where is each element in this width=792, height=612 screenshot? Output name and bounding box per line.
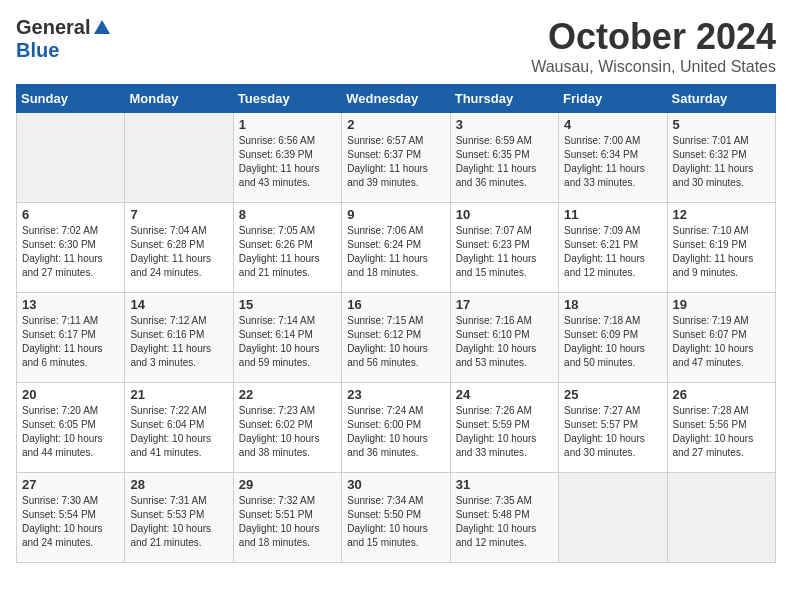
weekday-header-friday: Friday — [559, 85, 667, 113]
calendar-week-row: 13Sunrise: 7:11 AMSunset: 6:17 PMDayligh… — [17, 293, 776, 383]
calendar-cell: 9Sunrise: 7:06 AMSunset: 6:24 PMDaylight… — [342, 203, 450, 293]
day-number: 5 — [673, 117, 770, 132]
cell-info: Sunrise: 7:06 AMSunset: 6:24 PMDaylight:… — [347, 224, 444, 280]
day-number: 23 — [347, 387, 444, 402]
cell-info: Sunrise: 7:04 AMSunset: 6:28 PMDaylight:… — [130, 224, 227, 280]
title-block: October 2024 Wausau, Wisconsin, United S… — [531, 16, 776, 76]
day-number: 22 — [239, 387, 336, 402]
day-number: 4 — [564, 117, 661, 132]
calendar-week-row: 1Sunrise: 6:56 AMSunset: 6:39 PMDaylight… — [17, 113, 776, 203]
calendar-cell: 23Sunrise: 7:24 AMSunset: 6:00 PMDayligh… — [342, 383, 450, 473]
calendar-cell: 30Sunrise: 7:34 AMSunset: 5:50 PMDayligh… — [342, 473, 450, 563]
cell-info: Sunrise: 7:05 AMSunset: 6:26 PMDaylight:… — [239, 224, 336, 280]
cell-info: Sunrise: 7:11 AMSunset: 6:17 PMDaylight:… — [22, 314, 119, 370]
weekday-header-wednesday: Wednesday — [342, 85, 450, 113]
day-number: 29 — [239, 477, 336, 492]
weekday-header-sunday: Sunday — [17, 85, 125, 113]
cell-info: Sunrise: 7:32 AMSunset: 5:51 PMDaylight:… — [239, 494, 336, 550]
cell-info: Sunrise: 6:57 AMSunset: 6:37 PMDaylight:… — [347, 134, 444, 190]
cell-info: Sunrise: 6:59 AMSunset: 6:35 PMDaylight:… — [456, 134, 553, 190]
calendar-cell — [559, 473, 667, 563]
day-number: 10 — [456, 207, 553, 222]
calendar-week-row: 27Sunrise: 7:30 AMSunset: 5:54 PMDayligh… — [17, 473, 776, 563]
calendar-cell: 28Sunrise: 7:31 AMSunset: 5:53 PMDayligh… — [125, 473, 233, 563]
cell-info: Sunrise: 7:20 AMSunset: 6:05 PMDaylight:… — [22, 404, 119, 460]
calendar-cell: 21Sunrise: 7:22 AMSunset: 6:04 PMDayligh… — [125, 383, 233, 473]
logo-general-text: General — [16, 16, 90, 39]
weekday-header-tuesday: Tuesday — [233, 85, 341, 113]
day-number: 31 — [456, 477, 553, 492]
day-number: 21 — [130, 387, 227, 402]
calendar-cell: 22Sunrise: 7:23 AMSunset: 6:02 PMDayligh… — [233, 383, 341, 473]
calendar-cell: 29Sunrise: 7:32 AMSunset: 5:51 PMDayligh… — [233, 473, 341, 563]
day-number: 27 — [22, 477, 119, 492]
day-number: 2 — [347, 117, 444, 132]
weekday-header-thursday: Thursday — [450, 85, 558, 113]
calendar-cell: 2Sunrise: 6:57 AMSunset: 6:37 PMDaylight… — [342, 113, 450, 203]
weekday-header-monday: Monday — [125, 85, 233, 113]
calendar-cell: 27Sunrise: 7:30 AMSunset: 5:54 PMDayligh… — [17, 473, 125, 563]
calendar-cell: 8Sunrise: 7:05 AMSunset: 6:26 PMDaylight… — [233, 203, 341, 293]
logo: General Blue — [16, 16, 112, 62]
cell-info: Sunrise: 7:15 AMSunset: 6:12 PMDaylight:… — [347, 314, 444, 370]
page-header: General Blue October 2024 Wausau, Wiscon… — [16, 16, 776, 76]
cell-info: Sunrise: 6:56 AMSunset: 6:39 PMDaylight:… — [239, 134, 336, 190]
day-number: 6 — [22, 207, 119, 222]
calendar-cell: 4Sunrise: 7:00 AMSunset: 6:34 PMDaylight… — [559, 113, 667, 203]
day-number: 13 — [22, 297, 119, 312]
cell-info: Sunrise: 7:30 AMSunset: 5:54 PMDaylight:… — [22, 494, 119, 550]
cell-info: Sunrise: 7:26 AMSunset: 5:59 PMDaylight:… — [456, 404, 553, 460]
day-number: 25 — [564, 387, 661, 402]
calendar-cell: 10Sunrise: 7:07 AMSunset: 6:23 PMDayligh… — [450, 203, 558, 293]
calendar-cell: 13Sunrise: 7:11 AMSunset: 6:17 PMDayligh… — [17, 293, 125, 383]
day-number: 26 — [673, 387, 770, 402]
cell-info: Sunrise: 7:31 AMSunset: 5:53 PMDaylight:… — [130, 494, 227, 550]
cell-info: Sunrise: 7:22 AMSunset: 6:04 PMDaylight:… — [130, 404, 227, 460]
day-number: 16 — [347, 297, 444, 312]
cell-info: Sunrise: 7:35 AMSunset: 5:48 PMDaylight:… — [456, 494, 553, 550]
cell-info: Sunrise: 7:27 AMSunset: 5:57 PMDaylight:… — [564, 404, 661, 460]
calendar-cell: 11Sunrise: 7:09 AMSunset: 6:21 PMDayligh… — [559, 203, 667, 293]
calendar-cell: 20Sunrise: 7:20 AMSunset: 6:05 PMDayligh… — [17, 383, 125, 473]
day-number: 20 — [22, 387, 119, 402]
calendar-cell: 24Sunrise: 7:26 AMSunset: 5:59 PMDayligh… — [450, 383, 558, 473]
cell-info: Sunrise: 7:18 AMSunset: 6:09 PMDaylight:… — [564, 314, 661, 370]
calendar-cell: 19Sunrise: 7:19 AMSunset: 6:07 PMDayligh… — [667, 293, 775, 383]
day-number: 24 — [456, 387, 553, 402]
calendar-cell — [667, 473, 775, 563]
month-title: October 2024 — [531, 16, 776, 58]
cell-info: Sunrise: 7:12 AMSunset: 6:16 PMDaylight:… — [130, 314, 227, 370]
cell-info: Sunrise: 7:34 AMSunset: 5:50 PMDaylight:… — [347, 494, 444, 550]
day-number: 19 — [673, 297, 770, 312]
cell-info: Sunrise: 7:02 AMSunset: 6:30 PMDaylight:… — [22, 224, 119, 280]
calendar-cell: 14Sunrise: 7:12 AMSunset: 6:16 PMDayligh… — [125, 293, 233, 383]
svg-marker-0 — [94, 20, 110, 34]
cell-info: Sunrise: 7:00 AMSunset: 6:34 PMDaylight:… — [564, 134, 661, 190]
calendar-cell: 16Sunrise: 7:15 AMSunset: 6:12 PMDayligh… — [342, 293, 450, 383]
day-number: 9 — [347, 207, 444, 222]
day-number: 7 — [130, 207, 227, 222]
calendar-cell: 18Sunrise: 7:18 AMSunset: 6:09 PMDayligh… — [559, 293, 667, 383]
calendar-cell: 1Sunrise: 6:56 AMSunset: 6:39 PMDaylight… — [233, 113, 341, 203]
calendar-cell — [125, 113, 233, 203]
cell-info: Sunrise: 7:10 AMSunset: 6:19 PMDaylight:… — [673, 224, 770, 280]
calendar-week-row: 20Sunrise: 7:20 AMSunset: 6:05 PMDayligh… — [17, 383, 776, 473]
cell-info: Sunrise: 7:24 AMSunset: 6:00 PMDaylight:… — [347, 404, 444, 460]
cell-info: Sunrise: 7:14 AMSunset: 6:14 PMDaylight:… — [239, 314, 336, 370]
day-number: 18 — [564, 297, 661, 312]
day-number: 11 — [564, 207, 661, 222]
day-number: 14 — [130, 297, 227, 312]
calendar-cell — [17, 113, 125, 203]
calendar-cell: 26Sunrise: 7:28 AMSunset: 5:56 PMDayligh… — [667, 383, 775, 473]
calendar-table: SundayMondayTuesdayWednesdayThursdayFrid… — [16, 84, 776, 563]
day-number: 30 — [347, 477, 444, 492]
cell-info: Sunrise: 7:16 AMSunset: 6:10 PMDaylight:… — [456, 314, 553, 370]
day-number: 12 — [673, 207, 770, 222]
calendar-cell: 15Sunrise: 7:14 AMSunset: 6:14 PMDayligh… — [233, 293, 341, 383]
weekday-header-row: SundayMondayTuesdayWednesdayThursdayFrid… — [17, 85, 776, 113]
calendar-cell: 17Sunrise: 7:16 AMSunset: 6:10 PMDayligh… — [450, 293, 558, 383]
day-number: 1 — [239, 117, 336, 132]
location-title: Wausau, Wisconsin, United States — [531, 58, 776, 76]
calendar-cell: 6Sunrise: 7:02 AMSunset: 6:30 PMDaylight… — [17, 203, 125, 293]
logo-triangle-icon — [92, 18, 112, 38]
